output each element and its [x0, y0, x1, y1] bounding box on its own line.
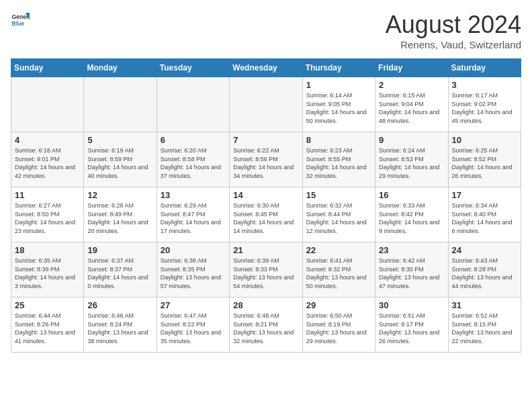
- day-number: 2: [379, 80, 444, 90]
- day-number: 5: [87, 135, 152, 145]
- calendar-day-cell: 26Sunrise: 6:46 AMSunset: 8:24 PMDayligh…: [84, 298, 157, 353]
- day-info: Sunrise: 6:27 AMSunset: 8:50 PMDaylight:…: [15, 201, 80, 235]
- calendar-day-cell: 19Sunrise: 6:37 AMSunset: 8:37 PMDayligh…: [84, 242, 157, 298]
- day-info: Sunrise: 6:24 AMSunset: 8:53 PMDaylight:…: [379, 146, 444, 180]
- day-number: 9: [379, 135, 444, 145]
- svg-text:Blue: Blue: [12, 20, 25, 27]
- day-info: Sunrise: 6:14 AMSunset: 9:05 PMDaylight:…: [306, 91, 371, 125]
- day-info: Sunrise: 6:42 AMSunset: 8:30 PMDaylight:…: [379, 257, 444, 290]
- page-header: General Blue August 2024 Renens, Vaud, S…: [11, 11, 521, 50]
- weekday-header-friday: Friday: [375, 59, 448, 77]
- day-number: 31: [452, 300, 517, 310]
- day-number: 20: [161, 245, 226, 255]
- weekday-header-thursday: Thursday: [302, 59, 375, 77]
- calendar-day-cell: 13Sunrise: 6:29 AMSunset: 8:47 PMDayligh…: [157, 187, 229, 242]
- logo-icon: General Blue: [11, 11, 30, 30]
- day-number: 14: [233, 190, 298, 200]
- day-number: 1: [306, 80, 371, 90]
- day-number: 8: [306, 135, 371, 145]
- day-info: Sunrise: 6:48 AMSunset: 8:21 PMDaylight:…: [233, 312, 298, 345]
- weekday-header-monday: Monday: [84, 59, 157, 77]
- calendar-table: SundayMondayTuesdayWednesdayThursdayFrid…: [11, 58, 521, 353]
- calendar-day-cell: 1Sunrise: 6:14 AMSunset: 9:05 PMDaylight…: [302, 77, 375, 132]
- calendar-day-cell: [11, 77, 84, 132]
- day-info: Sunrise: 6:30 AMSunset: 8:45 PMDaylight:…: [233, 201, 298, 235]
- day-number: 11: [15, 190, 80, 200]
- calendar-day-cell: 11Sunrise: 6:27 AMSunset: 8:50 PMDayligh…: [11, 187, 84, 242]
- day-info: Sunrise: 6:33 AMSunset: 8:42 PMDaylight:…: [379, 201, 444, 235]
- calendar-day-cell: 27Sunrise: 6:47 AMSunset: 8:22 PMDayligh…: [157, 298, 229, 353]
- day-number: 7: [233, 135, 298, 145]
- day-info: Sunrise: 6:47 AMSunset: 8:22 PMDaylight:…: [161, 312, 226, 345]
- calendar-day-cell: 29Sunrise: 6:50 AMSunset: 8:19 PMDayligh…: [302, 298, 375, 353]
- calendar-day-cell: 21Sunrise: 6:39 AMSunset: 8:33 PMDayligh…: [230, 242, 302, 298]
- calendar-day-cell: 24Sunrise: 6:43 AMSunset: 8:28 PMDayligh…: [448, 242, 521, 298]
- day-number: 26: [87, 300, 152, 310]
- day-info: Sunrise: 6:44 AMSunset: 8:26 PMDaylight:…: [15, 312, 80, 345]
- calendar-week-row: 4Sunrise: 6:18 AMSunset: 9:01 PMDaylight…: [11, 132, 521, 187]
- day-info: Sunrise: 6:32 AMSunset: 8:44 PMDaylight:…: [306, 201, 371, 235]
- calendar-day-cell: 17Sunrise: 6:34 AMSunset: 8:40 PMDayligh…: [448, 187, 521, 242]
- day-number: 17: [452, 190, 517, 200]
- day-number: 18: [15, 245, 80, 255]
- calendar-day-cell: 14Sunrise: 6:30 AMSunset: 8:45 PMDayligh…: [230, 187, 302, 242]
- calendar-week-row: 25Sunrise: 6:44 AMSunset: 8:26 PMDayligh…: [11, 298, 521, 353]
- day-number: 24: [452, 245, 517, 255]
- day-info: Sunrise: 6:35 AMSunset: 8:39 PMDaylight:…: [15, 257, 80, 290]
- logo: General Blue: [11, 11, 30, 30]
- calendar-day-cell: 6Sunrise: 6:20 AMSunset: 8:58 PMDaylight…: [157, 132, 229, 187]
- day-info: Sunrise: 6:15 AMSunset: 9:04 PMDaylight:…: [379, 91, 444, 125]
- day-number: 21: [233, 245, 298, 255]
- weekday-header-wednesday: Wednesday: [230, 59, 302, 77]
- day-info: Sunrise: 6:17 AMSunset: 9:02 PMDaylight:…: [452, 91, 517, 125]
- weekday-header-row: SundayMondayTuesdayWednesdayThursdayFrid…: [11, 59, 521, 77]
- calendar-day-cell: 15Sunrise: 6:32 AMSunset: 8:44 PMDayligh…: [302, 187, 375, 242]
- day-info: Sunrise: 6:34 AMSunset: 8:40 PMDaylight:…: [452, 201, 517, 235]
- month-year-title: August 2024: [386, 11, 521, 39]
- day-number: 25: [15, 300, 80, 310]
- day-number: 4: [15, 135, 80, 145]
- day-info: Sunrise: 6:22 AMSunset: 8:56 PMDaylight:…: [233, 146, 298, 180]
- day-info: Sunrise: 6:43 AMSunset: 8:28 PMDaylight:…: [452, 257, 517, 290]
- day-number: 12: [87, 190, 152, 200]
- calendar-day-cell: 23Sunrise: 6:42 AMSunset: 8:30 PMDayligh…: [375, 242, 448, 298]
- day-info: Sunrise: 6:20 AMSunset: 8:58 PMDaylight:…: [161, 146, 226, 180]
- calendar-day-cell: 30Sunrise: 6:51 AMSunset: 8:17 PMDayligh…: [375, 298, 448, 353]
- day-number: 13: [161, 190, 226, 200]
- weekday-header-tuesday: Tuesday: [157, 59, 229, 77]
- day-info: Sunrise: 6:18 AMSunset: 9:01 PMDaylight:…: [15, 146, 80, 180]
- day-number: 6: [161, 135, 226, 145]
- location-subtitle: Renens, Vaud, Switzerland: [386, 39, 521, 50]
- calendar-day-cell: 3Sunrise: 6:17 AMSunset: 9:02 PMDaylight…: [448, 77, 521, 132]
- calendar-day-cell: 31Sunrise: 6:52 AMSunset: 8:15 PMDayligh…: [448, 298, 521, 353]
- day-number: 10: [452, 135, 517, 145]
- day-info: Sunrise: 6:29 AMSunset: 8:47 PMDaylight:…: [161, 201, 226, 235]
- calendar-week-row: 11Sunrise: 6:27 AMSunset: 8:50 PMDayligh…: [11, 187, 521, 242]
- calendar-day-cell: 5Sunrise: 6:19 AMSunset: 8:59 PMDaylight…: [84, 132, 157, 187]
- day-info: Sunrise: 6:50 AMSunset: 8:19 PMDaylight:…: [306, 312, 371, 345]
- day-info: Sunrise: 6:52 AMSunset: 8:15 PMDaylight:…: [452, 312, 517, 345]
- day-info: Sunrise: 6:28 AMSunset: 8:49 PMDaylight:…: [87, 201, 152, 235]
- calendar-day-cell: 12Sunrise: 6:28 AMSunset: 8:49 PMDayligh…: [84, 187, 157, 242]
- day-info: Sunrise: 6:25 AMSunset: 8:52 PMDaylight:…: [452, 146, 517, 180]
- day-number: 30: [379, 300, 444, 310]
- day-number: 27: [161, 300, 226, 310]
- weekday-header-sunday: Sunday: [11, 59, 84, 77]
- calendar-week-row: 1Sunrise: 6:14 AMSunset: 9:05 PMDaylight…: [11, 77, 521, 132]
- calendar-week-row: 18Sunrise: 6:35 AMSunset: 8:39 PMDayligh…: [11, 242, 521, 298]
- day-number: 29: [306, 300, 371, 310]
- day-info: Sunrise: 6:51 AMSunset: 8:17 PMDaylight:…: [379, 312, 444, 345]
- calendar-day-cell: 2Sunrise: 6:15 AMSunset: 9:04 PMDaylight…: [375, 77, 448, 132]
- day-number: 23: [379, 245, 444, 255]
- day-number: 15: [306, 190, 371, 200]
- calendar-day-cell: 8Sunrise: 6:23 AMSunset: 8:55 PMDaylight…: [302, 132, 375, 187]
- day-info: Sunrise: 6:19 AMSunset: 8:59 PMDaylight:…: [87, 146, 152, 180]
- calendar-day-cell: 16Sunrise: 6:33 AMSunset: 8:42 PMDayligh…: [375, 187, 448, 242]
- day-info: Sunrise: 6:23 AMSunset: 8:55 PMDaylight:…: [306, 146, 371, 180]
- day-info: Sunrise: 6:37 AMSunset: 8:37 PMDaylight:…: [87, 257, 152, 290]
- day-number: 19: [87, 245, 152, 255]
- calendar-day-cell: 10Sunrise: 6:25 AMSunset: 8:52 PMDayligh…: [448, 132, 521, 187]
- calendar-day-cell: 7Sunrise: 6:22 AMSunset: 8:56 PMDaylight…: [230, 132, 302, 187]
- day-info: Sunrise: 6:39 AMSunset: 8:33 PMDaylight:…: [233, 257, 298, 290]
- title-block: August 2024 Renens, Vaud, Switzerland: [386, 11, 521, 50]
